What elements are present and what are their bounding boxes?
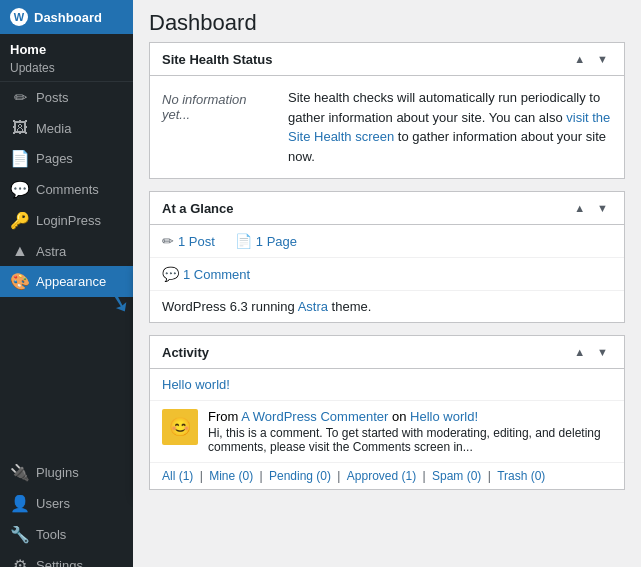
wp-version-text: WordPress 6.3 running [162, 299, 295, 314]
at-a-glance-controls: ▲ ▼ [570, 200, 612, 216]
site-health-body: No information yet... Site health checks… [150, 76, 624, 178]
pagination-approved[interactable]: Approved (1) [347, 469, 416, 483]
comment-post-link[interactable]: Hello world! [410, 409, 478, 424]
appearance-row-container: 🎨 Appearance Themes Patterns Customize W… [0, 266, 133, 297]
recent-posts: Hello world! [150, 369, 624, 401]
sidebar-item-settings[interactable]: ⚙ Settings [0, 550, 133, 567]
tools-icon: 🔧 [10, 525, 30, 544]
glance-stats: ✏ 1 Post 📄 1 Page [150, 225, 624, 258]
glance-comments-stats: 💬 1 Comment [150, 258, 624, 291]
sidebar-item-media[interactable]: 🖼 Media [0, 113, 133, 143]
sidebar-item-label: Astra [36, 244, 66, 259]
content-area: Site Health Status ▲ ▼ No information ye… [133, 42, 641, 518]
pagination-sep3: | [337, 469, 343, 483]
no-info-text: No information yet... [162, 88, 272, 122]
commenter-link[interactable]: A WordPress Commenter [241, 409, 388, 424]
settings-icon: ⚙ [10, 556, 30, 567]
updates-label[interactable]: Updates [0, 59, 133, 81]
pagination-all[interactable]: All (1) [162, 469, 193, 483]
comment-content-area: From A WordPress Commenter on Hello worl… [208, 409, 612, 454]
sidebar-item-label: Media [36, 121, 71, 136]
home-section: Home Updates [0, 34, 133, 82]
main-content: Dashboard Site Health Status ▲ ▼ No info… [133, 0, 641, 567]
activity-widget: Activity ▲ ▼ Hello world! 😊 From A WordP… [149, 335, 625, 490]
comment-icon: 💬 [162, 266, 179, 282]
widget-controls: ▲ ▼ [570, 51, 612, 67]
widget-collapse-btn[interactable]: ▲ [570, 51, 589, 67]
post-count-link[interactable]: 1 Post [178, 234, 215, 249]
comment-pagination: All (1) | Mine (0) | Pending (0) | Appro… [150, 462, 624, 489]
sidebar-header[interactable]: W Dashboard [0, 0, 133, 34]
sidebar-item-pages[interactable]: 📄 Pages [0, 143, 133, 174]
glance-theme: WordPress 6.3 running Astra theme. [150, 291, 624, 322]
wp-logo-icon: W [10, 8, 28, 26]
activity-controls: ▲ ▼ [570, 344, 612, 360]
appearance-icon: 🎨 [10, 272, 30, 291]
pagination-sep2: | [260, 469, 266, 483]
health-description: Site health checks will automatically ru… [288, 88, 612, 166]
posts-stat: ✏ 1 Post [162, 233, 215, 249]
sidebar-item-label: Settings [36, 558, 83, 567]
sidebar-item-label: LoginPress [36, 213, 101, 228]
sidebar-item-tools[interactable]: 🔧 Tools [0, 519, 133, 550]
sidebar-item-posts[interactable]: ✏ Posts [0, 82, 133, 113]
sidebar-item-comments[interactable]: 💬 Comments [0, 174, 133, 205]
comment-avatar: 😊 [162, 409, 198, 445]
theme-link[interactable]: Astra [298, 299, 328, 314]
main-header: Dashboard [133, 0, 641, 42]
pagination-trash[interactable]: Trash (0) [497, 469, 545, 483]
sidebar-item-plugins[interactable]: 🔌 Plugins [0, 457, 133, 488]
sidebar-item-loginpress[interactable]: 🔑 LoginPress [0, 205, 133, 236]
pagination-mine[interactable]: Mine (0) [209, 469, 253, 483]
sidebar-item-label: Posts [36, 90, 69, 105]
at-a-glance-widget: At a Glance ▲ ▼ ✏ 1 Post 📄 1 Page 💬 [149, 191, 625, 323]
theme-suffix: theme. [332, 299, 372, 314]
pagination-sep4: | [423, 469, 429, 483]
sidebar-item-label: Comments [36, 182, 99, 197]
page-title: Dashboard [149, 10, 625, 36]
activity-collapse-btn[interactable]: ▲ [570, 344, 589, 360]
media-icon: 🖼 [10, 119, 30, 137]
recent-comment: 😊 From A WordPress Commenter on Hello wo… [150, 401, 624, 462]
sidebar-item-label: Tools [36, 527, 66, 542]
sidebar-item-label: Pages [36, 151, 73, 166]
comments-stat: 💬 1 Comment [162, 266, 250, 282]
activity-header: Activity ▲ ▼ [150, 336, 624, 369]
plugins-icon: 🔌 [10, 463, 30, 482]
site-health-header: Site Health Status ▲ ▼ [150, 43, 624, 76]
at-a-glance-toggle-btn[interactable]: ▼ [593, 200, 612, 216]
sidebar-item-label: Users [36, 496, 70, 511]
activity-toggle-btn[interactable]: ▼ [593, 344, 612, 360]
users-icon: 👤 [10, 494, 30, 513]
site-health-title: Site Health Status [162, 52, 273, 67]
page-icon: 📄 [235, 233, 252, 249]
pagination-sep1: | [200, 469, 206, 483]
pages-stat: 📄 1 Page [235, 233, 297, 249]
comments-icon: 💬 [10, 180, 30, 199]
activity-title: Activity [162, 345, 209, 360]
pagination-sep5: | [488, 469, 494, 483]
sidebar-item-appearance[interactable]: 🎨 Appearance [0, 266, 133, 297]
at-a-glance-title: At a Glance [162, 201, 234, 216]
comment-count-link[interactable]: 1 Comment [183, 267, 250, 282]
sidebar: W Dashboard Home Updates ✏ Posts 🖼 Media… [0, 0, 133, 567]
sidebar-item-users[interactable]: 👤 Users [0, 488, 133, 519]
home-label[interactable]: Home [0, 34, 133, 59]
sidebar-item-astra[interactable]: ▲ Astra [0, 236, 133, 266]
post-icon: ✏ [162, 233, 174, 249]
at-a-glance-header: At a Glance ▲ ▼ [150, 192, 624, 225]
sidebar-item-label: Appearance [36, 274, 106, 289]
posts-icon: ✏ [10, 88, 30, 107]
page-count-link[interactable]: 1 Page [256, 234, 297, 249]
comment-meta: From A WordPress Commenter on Hello worl… [208, 409, 612, 424]
pages-icon: 📄 [10, 149, 30, 168]
at-a-glance-collapse-btn[interactable]: ▲ [570, 200, 589, 216]
pagination-pending[interactable]: Pending (0) [269, 469, 331, 483]
sidebar-header-label: Dashboard [34, 10, 102, 25]
recent-post-link[interactable]: Hello world! [162, 377, 230, 392]
astra-icon: ▲ [10, 242, 30, 260]
widget-toggle-btn[interactable]: ▼ [593, 51, 612, 67]
comment-body-text: Hi, this is a comment. To get started wi… [208, 426, 612, 454]
pagination-spam[interactable]: Spam (0) [432, 469, 481, 483]
sidebar-item-label: Plugins [36, 465, 79, 480]
